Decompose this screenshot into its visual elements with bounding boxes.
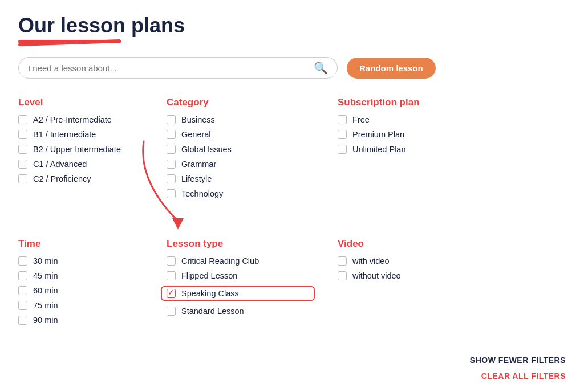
svg-marker-0 xyxy=(172,218,184,230)
top-filters-grid: Level A2 / Pre-Intermediate B1 / Interme… xyxy=(18,97,566,220)
list-item[interactable]: without video xyxy=(338,271,474,280)
list-item[interactable]: A2 / Pre-Intermediate xyxy=(18,115,144,124)
video-with-checkbox[interactable] xyxy=(338,256,347,266)
list-item[interactable]: Premium Plan xyxy=(338,130,474,139)
time-filter-title: Time xyxy=(18,238,144,250)
list-item[interactable]: C2 / Proficiency xyxy=(18,174,144,183)
list-item[interactable]: Business xyxy=(167,115,315,124)
cat-grammar-checkbox[interactable] xyxy=(167,160,176,169)
page-title: Our lesson plans xyxy=(18,14,566,38)
search-button[interactable]: 🔍 xyxy=(314,62,328,74)
level-a2-checkbox[interactable] xyxy=(18,115,27,124)
list-item[interactable]: Unlimited Plan xyxy=(338,145,474,154)
level-c2-checkbox[interactable] xyxy=(18,174,27,183)
list-item[interactable]: 30 min xyxy=(18,256,144,266)
time-60-checkbox[interactable] xyxy=(18,286,27,295)
list-item[interactable]: B1 / Intermediate xyxy=(18,130,144,139)
list-item[interactable]: 90 min xyxy=(18,316,144,325)
list-item[interactable]: with video xyxy=(338,256,474,266)
search-input[interactable] xyxy=(28,63,314,73)
time-90-checkbox[interactable] xyxy=(18,316,27,325)
list-item[interactable]: C1 / Advanced xyxy=(18,160,144,169)
search-row: 🔍 Random lesson xyxy=(18,57,566,79)
level-b1-checkbox[interactable] xyxy=(18,130,27,139)
level-b2-checkbox[interactable] xyxy=(18,145,27,154)
lesson-type-filter-section: Lesson type Critical Reading Club Flippe… xyxy=(167,238,315,330)
list-item[interactable]: 60 min xyxy=(18,286,144,295)
lt-flipped-checkbox[interactable] xyxy=(167,271,176,280)
subscription-filter-title: Subscription plan xyxy=(338,97,474,108)
list-item[interactable]: 75 min xyxy=(18,301,144,310)
time-30-checkbox[interactable] xyxy=(18,256,27,266)
cat-tech-checkbox[interactable] xyxy=(167,189,176,198)
list-item[interactable]: Standard Lesson xyxy=(167,307,315,316)
list-item[interactable]: Global Issues xyxy=(167,145,315,154)
video-filter-title: Video xyxy=(338,238,474,250)
cat-business-checkbox[interactable] xyxy=(167,115,176,124)
search-box: 🔍 xyxy=(18,57,338,79)
list-item[interactable]: B2 / Upper Intermediate xyxy=(18,145,144,154)
time-45-checkbox[interactable] xyxy=(18,271,27,280)
cat-lifestyle-checkbox[interactable] xyxy=(167,174,176,183)
video-without-checkbox[interactable] xyxy=(338,271,347,280)
sub-unlimited-checkbox[interactable] xyxy=(338,145,347,154)
list-item[interactable]: Grammar xyxy=(167,160,315,169)
list-item[interactable]: Lifestyle xyxy=(167,174,315,183)
list-item[interactable]: Critical Reading Club xyxy=(167,256,315,266)
level-filter-title: Level xyxy=(18,97,144,108)
lt-standard-checkbox[interactable] xyxy=(167,307,176,316)
level-filter-section: Level A2 / Pre-Intermediate B1 / Interme… xyxy=(18,97,144,204)
list-item[interactable]: Flipped Lesson xyxy=(167,271,315,280)
list-item[interactable]: General xyxy=(167,130,315,139)
lt-speaking-checkbox[interactable] xyxy=(167,289,176,298)
clear-all-filters-button[interactable]: CLEAR ALL FILTERS xyxy=(481,371,566,381)
title-underline xyxy=(18,40,121,43)
bottom-filters-grid: Time 30 min 45 min 60 min 75 min 90 min … xyxy=(18,238,566,346)
list-item[interactable]: Technology xyxy=(167,189,315,198)
bottom-actions: SHOW FEWER FILTERS CLEAR ALL FILTERS xyxy=(18,356,566,381)
random-lesson-button[interactable]: Random lesson xyxy=(347,58,436,79)
category-filter-title: Category xyxy=(167,97,315,108)
cat-general-checkbox[interactable] xyxy=(167,130,176,139)
lt-critical-checkbox[interactable] xyxy=(167,256,176,266)
list-item[interactable]: Free xyxy=(338,115,474,124)
subscription-filter-section: Subscription plan Free Premium Plan Unli… xyxy=(338,97,474,204)
time-filter-section: Time 30 min 45 min 60 min 75 min 90 min xyxy=(18,238,144,330)
level-c1-checkbox[interactable] xyxy=(18,160,27,169)
list-item[interactable]: 45 min xyxy=(18,271,144,280)
sub-premium-checkbox[interactable] xyxy=(338,130,347,139)
lesson-type-filter-title: Lesson type xyxy=(167,238,315,250)
speaking-class-item[interactable]: Speaking Class xyxy=(161,286,315,301)
video-filter-section: Video with video without video xyxy=(338,238,474,330)
category-filter-section: Category Business General Global Issues … xyxy=(167,97,315,204)
show-fewer-filters-button[interactable]: SHOW FEWER FILTERS xyxy=(470,356,566,365)
sub-free-checkbox[interactable] xyxy=(338,115,347,124)
cat-global-checkbox[interactable] xyxy=(167,145,176,154)
time-75-checkbox[interactable] xyxy=(18,301,27,310)
